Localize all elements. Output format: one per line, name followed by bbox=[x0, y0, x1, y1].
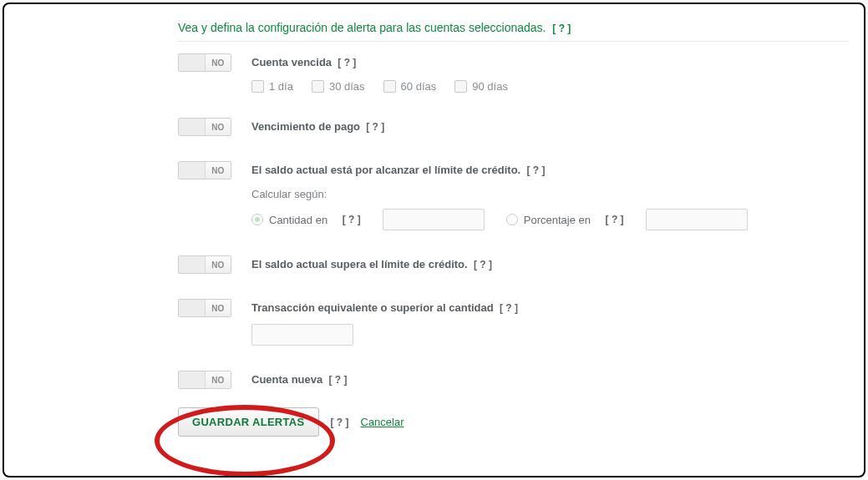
checkbox-icon bbox=[251, 80, 264, 93]
alert-row-payment-due: NO Vencimiento de pago [ ? ] bbox=[178, 118, 849, 136]
alert-title-new-account: Cuenta nueva bbox=[251, 373, 322, 386]
page-header: Vea y defina la configuración de alerta … bbox=[178, 21, 849, 42]
toggle-label: NO bbox=[205, 371, 231, 388]
alert-row-exceed-limit: NO El saldo actual supera el límite de c… bbox=[178, 255, 849, 274]
toggle-new-account[interactable]: NO bbox=[178, 371, 231, 389]
checkbox-30dias[interactable]: 30 días bbox=[312, 80, 365, 93]
help-icon[interactable]: [ ? ] bbox=[343, 214, 361, 225]
toggle-off-indicator bbox=[179, 54, 205, 71]
radio-icon bbox=[506, 214, 518, 225]
toggle-label: NO bbox=[205, 300, 231, 316]
toggle-label: NO bbox=[205, 256, 231, 273]
help-icon[interactable]: [ ? ] bbox=[606, 214, 624, 225]
help-icon[interactable]: [ ? ] bbox=[366, 121, 384, 133]
radio-amount[interactable]: Cantidad en [ ? ] bbox=[251, 214, 361, 226]
help-icon[interactable]: [ ? ] bbox=[526, 164, 545, 176]
help-icon[interactable]: [ ? ] bbox=[328, 374, 347, 386]
checkbox-label: 30 días bbox=[329, 80, 365, 93]
toggle-reach-limit[interactable]: NO bbox=[178, 161, 231, 179]
alert-row-reach-limit: NO El saldo actual está por alcanzar el … bbox=[178, 161, 849, 230]
toggle-off-indicator bbox=[179, 162, 205, 179]
checkbox-1dia[interactable]: 1 día bbox=[251, 80, 293, 93]
past-due-options: 1 día 30 días 60 días 90 días bbox=[251, 80, 849, 93]
toggle-off-indicator bbox=[179, 300, 205, 316]
calc-label: Calcular según: bbox=[251, 188, 849, 200]
page-title: Vea y defina la configuración de alerta … bbox=[178, 21, 546, 34]
help-icon[interactable]: [ ? ] bbox=[474, 259, 492, 270]
radio-icon bbox=[251, 214, 263, 225]
help-icon[interactable]: [ ? ] bbox=[500, 302, 518, 314]
toggle-past-due[interactable]: NO bbox=[178, 53, 231, 72]
radio-label-percent: Porcentaje en bbox=[524, 214, 591, 226]
alert-title-payment-due: Vencimiento de pago bbox=[251, 120, 360, 133]
alert-row-transaction-ge: NO Transacción equivalente o superior al… bbox=[178, 299, 849, 346]
radio-percent[interactable]: Porcentaje en [ ? ] bbox=[506, 214, 624, 226]
checkbox-90dias[interactable]: 90 días bbox=[454, 80, 508, 93]
toggle-payment-due[interactable]: NO bbox=[178, 118, 231, 136]
toggle-label: NO bbox=[205, 162, 231, 179]
toggle-off-indicator bbox=[179, 256, 205, 273]
transaction-amount-input[interactable] bbox=[251, 324, 353, 346]
toggle-transaction-ge[interactable]: NO bbox=[178, 299, 231, 317]
checkbox-icon bbox=[312, 80, 324, 93]
checkbox-icon bbox=[383, 80, 396, 93]
help-icon[interactable]: [ ? ] bbox=[552, 23, 571, 34]
checkbox-label: 60 días bbox=[401, 80, 437, 93]
toggle-off-indicator bbox=[179, 119, 205, 135]
help-icon[interactable]: [ ? ] bbox=[331, 417, 349, 428]
radio-label-amount: Cantidad en bbox=[269, 214, 327, 226]
save-alerts-button[interactable]: GUARDAR ALERTAS bbox=[178, 407, 319, 437]
alert-title-reach-limit: El saldo actual está por alcanzar el lím… bbox=[251, 164, 520, 176]
checkbox-60dias[interactable]: 60 días bbox=[383, 80, 437, 93]
amount-input[interactable] bbox=[383, 209, 485, 230]
alert-title-transaction-ge: Transacción equivalente o superior al ca… bbox=[251, 301, 494, 314]
alert-title-exceed-limit: El saldo actual supera el límite de créd… bbox=[251, 258, 468, 270]
toggle-exceed-limit[interactable]: NO bbox=[178, 255, 231, 274]
percent-input[interactable] bbox=[646, 209, 748, 230]
toggle-label: NO bbox=[205, 119, 231, 135]
toggle-label: NO bbox=[205, 54, 231, 71]
alert-title-past-due: Cuenta vencida bbox=[251, 56, 332, 68]
cancel-link[interactable]: Cancelar bbox=[361, 416, 404, 428]
alert-row-new-account: NO Cuenta nueva [ ? ] bbox=[178, 371, 849, 389]
toggle-off-indicator bbox=[179, 371, 205, 388]
help-icon[interactable]: [ ? ] bbox=[338, 57, 356, 68]
checkbox-icon bbox=[454, 80, 467, 93]
alert-row-past-due: NO Cuenta vencida [ ? ] 1 día 30 días 60… bbox=[178, 53, 849, 93]
checkbox-label: 90 días bbox=[472, 80, 508, 93]
action-row: GUARDAR ALERTAS [ ? ] Cancelar bbox=[178, 407, 849, 437]
checkbox-label: 1 día bbox=[269, 80, 293, 93]
